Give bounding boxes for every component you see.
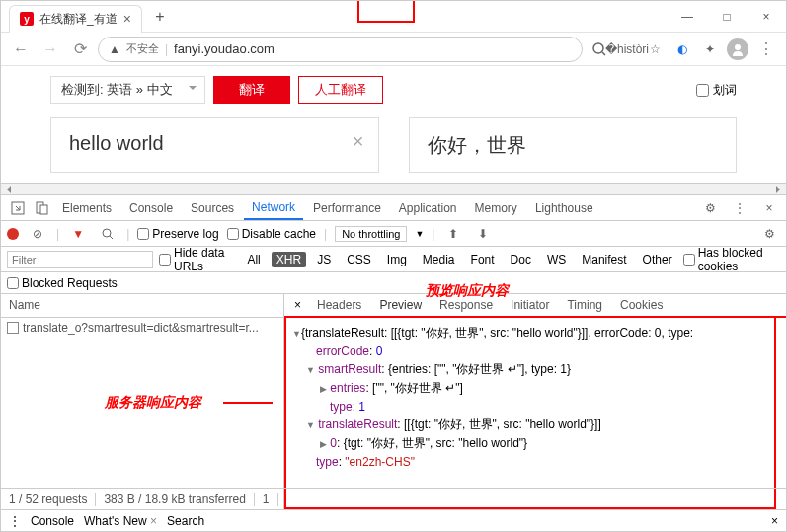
filter-js[interactable]: JS xyxy=(312,252,336,267)
inspect-icon[interactable] xyxy=(7,197,29,219)
language-selector[interactable]: 检测到: 英语 » 中文 xyxy=(50,76,205,104)
tab-sources[interactable]: Sources xyxy=(183,197,242,219)
tab-memory[interactable]: Memory xyxy=(467,197,525,219)
browser-navbar: ← → ⟳ ▲ 不安全 | fanyi.youdao.com �històri … xyxy=(1,33,786,66)
request-detail: × Headers Preview Response Initiator Tim… xyxy=(284,294,786,509)
target-textbox: 你好，世界 xyxy=(409,117,738,173)
filter-doc[interactable]: Doc xyxy=(506,252,536,267)
close-detail-icon[interactable]: × xyxy=(288,298,307,312)
browser-tab[interactable]: y 在线翻译_有道 × xyxy=(9,5,142,33)
tab-performance[interactable]: Performance xyxy=(305,197,389,219)
file-icon xyxy=(7,322,19,334)
filter-manifest[interactable]: Manifest xyxy=(577,252,631,267)
name-column-header[interactable]: Name xyxy=(1,294,283,318)
close-drawer-icon[interactable]: × xyxy=(771,514,778,528)
human-translate-button[interactable]: 人工翻译 xyxy=(298,76,383,104)
drawer-search[interactable]: Search xyxy=(167,514,204,528)
transfer-size: 383 B / 18.9 kB transferred xyxy=(104,493,254,506)
warning-icon: ▲ xyxy=(109,42,120,56)
back-button[interactable]: ← xyxy=(9,38,33,61)
upload-icon[interactable]: ⬆ xyxy=(442,223,464,245)
tab-preview[interactable]: Preview xyxy=(371,295,430,315)
page-content: 检测到: 英语 » 中文 翻译 人工翻译 划词 hello world × 你好… xyxy=(1,66,786,185)
menu-icon[interactable]: ⋮ xyxy=(754,38,778,61)
star-icon[interactable]: ☆ xyxy=(644,38,666,60)
request-row[interactable]: translate_o?smartresult=dict&smartresult… xyxy=(1,318,283,338)
preserve-log-checkbox[interactable]: Preserve log xyxy=(137,227,218,241)
close-window-icon[interactable]: × xyxy=(747,1,786,33)
share-icon[interactable]: �històri xyxy=(616,38,638,60)
resource-count: 1 xyxy=(263,493,278,506)
kebab-icon[interactable]: ⋮ xyxy=(729,197,750,219)
device-icon[interactable] xyxy=(31,197,52,219)
minimize-icon[interactable]: — xyxy=(668,1,707,33)
url-text: fanyi.youdao.com xyxy=(174,41,275,56)
hide-urls-checkbox[interactable]: Hide data URLs xyxy=(159,246,236,273)
annotation-server: 服务器响应内容 xyxy=(105,394,201,412)
filter-all[interactable]: All xyxy=(242,252,265,267)
svg-point-0 xyxy=(593,43,603,53)
request-name: translate_o?smartresult=dict&smartresult… xyxy=(23,321,259,335)
tab-application[interactable]: Application xyxy=(391,197,465,219)
detail-tabs: × Headers Preview Response Initiator Tim… xyxy=(284,294,786,318)
tab-lighthouse[interactable]: Lighthouse xyxy=(527,197,601,219)
blocked-cookies-checkbox[interactable]: Has blocked cookies xyxy=(683,246,780,273)
source-textbox[interactable]: hello world × xyxy=(50,117,379,173)
filter-media[interactable]: Media xyxy=(418,252,460,267)
tab-initiator[interactable]: Initiator xyxy=(503,295,557,315)
network-gear-icon[interactable]: ⚙ xyxy=(758,223,780,245)
annotation-preview: 预览响应内容 xyxy=(426,282,509,300)
svg-point-2 xyxy=(735,44,741,50)
new-tab-button[interactable]: + xyxy=(148,5,172,29)
target-text: 你好，世界 xyxy=(428,134,526,156)
svg-point-6 xyxy=(103,229,111,237)
clear-icon[interactable]: ⊘ xyxy=(27,223,48,245)
source-text: hello world xyxy=(69,132,164,154)
download-icon[interactable]: ⬇ xyxy=(472,223,494,245)
puzzle-icon[interactable]: ✦ xyxy=(699,38,721,60)
filter-ws[interactable]: WS xyxy=(542,252,571,267)
chevron-down-icon[interactable]: ▼ xyxy=(415,229,424,239)
filter-other[interactable]: Other xyxy=(638,252,677,267)
tab-console[interactable]: Console xyxy=(121,197,181,219)
clear-icon[interactable]: × xyxy=(353,130,364,153)
close-devtools-icon[interactable]: × xyxy=(758,197,780,219)
favicon-icon: y xyxy=(20,12,34,26)
json-preview[interactable]: ▼{translateResult: [[{tgt: "你好, 世界", src… xyxy=(284,318,776,509)
network-filter-bar: Hide data URLs All XHR JS CSS Img Media … xyxy=(1,247,786,272)
drawer-whatsnew[interactable]: What's New × xyxy=(84,514,157,528)
drawer-console[interactable]: Console xyxy=(31,514,74,528)
filter-css[interactable]: CSS xyxy=(342,252,376,267)
svg-rect-5 xyxy=(40,205,47,214)
translate-button[interactable]: 翻译 xyxy=(213,76,290,104)
profile-avatar[interactable] xyxy=(727,38,748,60)
tab-elements[interactable]: Elements xyxy=(54,197,119,219)
drawer-toggle-icon[interactable]: ⋮ xyxy=(9,514,21,528)
filter-img[interactable]: Img xyxy=(382,252,412,267)
filter-font[interactable]: Font xyxy=(466,252,500,267)
maximize-icon[interactable]: □ xyxy=(707,1,747,33)
extension-icon[interactable]: ◐ xyxy=(671,38,693,60)
close-tab-icon[interactable]: × xyxy=(123,11,131,27)
gear-icon[interactable]: ⚙ xyxy=(699,197,721,219)
horizontal-scrollbar[interactable] xyxy=(1,183,786,194)
search-network-icon[interactable] xyxy=(97,223,118,245)
throttling-select[interactable]: No throttling xyxy=(335,226,407,242)
scribe-checkbox[interactable]: 划词 xyxy=(696,82,737,99)
record-button[interactable] xyxy=(7,228,19,240)
filter-xhr[interactable]: XHR xyxy=(272,252,306,267)
window-titlebar: y 在线翻译_有道 × + — □ × xyxy=(1,1,786,33)
blocked-requests-checkbox[interactable]: Blocked Requests xyxy=(7,276,118,290)
filter-input[interactable] xyxy=(7,251,153,268)
reload-button[interactable]: ⟳ xyxy=(68,38,92,61)
tab-cookies[interactable]: Cookies xyxy=(612,295,670,315)
filter-icon[interactable]: ▼ xyxy=(67,223,89,245)
tab-network[interactable]: Network xyxy=(244,196,303,220)
network-toolbar: ⊘ | ▼ | Preserve log Disable cache | No … xyxy=(1,221,786,247)
network-status-bar: 1 / 52 requests 383 B / 18.9 kB transfer… xyxy=(1,488,786,509)
disable-cache-checkbox[interactable]: Disable cache xyxy=(227,227,316,241)
address-bar[interactable]: ▲ 不安全 | fanyi.youdao.com xyxy=(98,37,583,62)
tab-timing[interactable]: Timing xyxy=(559,295,610,315)
tab-headers[interactable]: Headers xyxy=(309,295,369,315)
forward-button[interactable]: → xyxy=(39,38,62,61)
